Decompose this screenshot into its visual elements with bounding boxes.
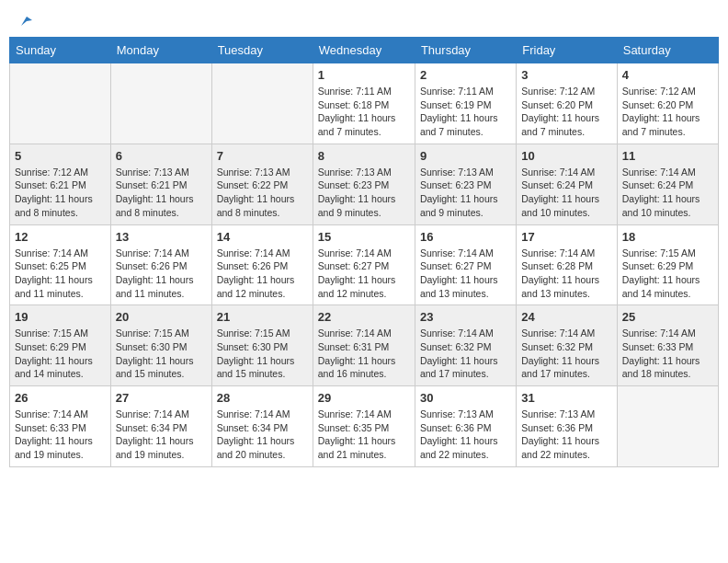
calendar-day-cell: 13Sunrise: 7:14 AMSunset: 6:26 PMDayligh… — [110, 224, 211, 305]
day-number: 18 — [622, 230, 713, 244]
weekday-header-wednesday: Wednesday — [313, 38, 415, 63]
calendar-day-cell: 27Sunrise: 7:14 AMSunset: 6:34 PMDayligh… — [110, 386, 211, 467]
page-header — [9, 9, 719, 29]
day-info: Sunrise: 7:14 AMSunset: 6:27 PMDaylight:… — [420, 247, 511, 301]
calendar-day-cell: 25Sunrise: 7:14 AMSunset: 6:33 PMDayligh… — [617, 305, 718, 386]
day-info: Sunrise: 7:14 AMSunset: 6:27 PMDaylight:… — [318, 247, 410, 301]
calendar-day-cell — [110, 63, 211, 144]
day-number: 28 — [217, 391, 308, 405]
day-number: 13 — [116, 230, 207, 244]
calendar-day-cell: 14Sunrise: 7:14 AMSunset: 6:26 PMDayligh… — [211, 224, 313, 305]
calendar-day-cell — [617, 386, 718, 467]
day-number: 6 — [116, 149, 207, 163]
day-info: Sunrise: 7:14 AMSunset: 6:24 PMDaylight:… — [521, 166, 611, 220]
day-info: Sunrise: 7:15 AMSunset: 6:29 PMDaylight:… — [15, 327, 106, 381]
day-number: 11 — [622, 149, 713, 163]
calendar-day-cell: 24Sunrise: 7:14 AMSunset: 6:32 PMDayligh… — [517, 305, 617, 386]
day-info: Sunrise: 7:13 AMSunset: 6:23 PMDaylight:… — [318, 166, 410, 220]
day-info: Sunrise: 7:15 AMSunset: 6:30 PMDaylight:… — [217, 327, 308, 381]
day-number: 23 — [420, 310, 511, 324]
day-number: 29 — [318, 391, 410, 405]
calendar-week-row: 5Sunrise: 7:12 AMSunset: 6:21 PMDaylight… — [10, 144, 719, 224]
day-number: 3 — [521, 68, 611, 82]
day-number: 19 — [15, 310, 106, 324]
calendar-day-cell: 30Sunrise: 7:13 AMSunset: 6:36 PMDayligh… — [415, 386, 516, 467]
day-number: 22 — [318, 310, 410, 324]
calendar-day-cell: 5Sunrise: 7:12 AMSunset: 6:21 PMDaylight… — [10, 144, 111, 224]
day-info: Sunrise: 7:13 AMSunset: 6:23 PMDaylight:… — [420, 166, 511, 220]
day-number: 2 — [420, 68, 511, 82]
calendar-day-cell: 2Sunrise: 7:11 AMSunset: 6:19 PMDaylight… — [415, 63, 516, 144]
calendar-day-cell: 21Sunrise: 7:15 AMSunset: 6:30 PMDayligh… — [211, 305, 313, 386]
day-info: Sunrise: 7:14 AMSunset: 6:33 PMDaylight:… — [15, 408, 106, 462]
day-number: 17 — [521, 230, 611, 244]
day-number: 7 — [217, 149, 308, 163]
day-info: Sunrise: 7:14 AMSunset: 6:26 PMDaylight:… — [217, 247, 308, 301]
day-info: Sunrise: 7:12 AMSunset: 6:21 PMDaylight:… — [15, 166, 106, 220]
calendar-day-cell: 20Sunrise: 7:15 AMSunset: 6:30 PMDayligh… — [110, 305, 211, 386]
calendar-day-cell: 15Sunrise: 7:14 AMSunset: 6:27 PMDayligh… — [313, 224, 415, 305]
calendar-day-cell: 8Sunrise: 7:13 AMSunset: 6:23 PMDaylight… — [313, 144, 415, 224]
calendar-table: SundayMondayTuesdayWednesdayThursdayFrid… — [9, 37, 719, 467]
day-number: 16 — [420, 230, 511, 244]
day-number: 5 — [15, 149, 106, 163]
day-info: Sunrise: 7:13 AMSunset: 6:21 PMDaylight:… — [116, 166, 207, 220]
calendar-day-cell: 31Sunrise: 7:13 AMSunset: 6:36 PMDayligh… — [517, 386, 617, 467]
calendar-day-cell: 19Sunrise: 7:15 AMSunset: 6:29 PMDayligh… — [10, 305, 111, 386]
day-info: Sunrise: 7:14 AMSunset: 6:32 PMDaylight:… — [420, 327, 511, 381]
calendar-day-cell: 22Sunrise: 7:14 AMSunset: 6:31 PMDayligh… — [313, 305, 415, 386]
day-number: 31 — [521, 391, 611, 405]
day-info: Sunrise: 7:14 AMSunset: 6:24 PMDaylight:… — [622, 166, 713, 220]
day-number: 26 — [15, 391, 106, 405]
day-info: Sunrise: 7:13 AMSunset: 6:22 PMDaylight:… — [217, 166, 308, 220]
day-info: Sunrise: 7:12 AMSunset: 6:20 PMDaylight:… — [622, 85, 713, 139]
calendar-day-cell: 16Sunrise: 7:14 AMSunset: 6:27 PMDayligh… — [415, 224, 516, 305]
calendar-day-cell: 12Sunrise: 7:14 AMSunset: 6:25 PMDayligh… — [10, 224, 111, 305]
weekday-header-saturday: Saturday — [617, 38, 718, 63]
logo — [17, 13, 34, 26]
weekday-header-thursday: Thursday — [415, 38, 516, 63]
svg-marker-0 — [21, 17, 32, 26]
weekday-header-tuesday: Tuesday — [211, 38, 313, 63]
calendar-day-cell: 3Sunrise: 7:12 AMSunset: 6:20 PMDaylight… — [517, 63, 617, 144]
calendar-day-cell: 17Sunrise: 7:14 AMSunset: 6:28 PMDayligh… — [517, 224, 617, 305]
calendar-week-row: 26Sunrise: 7:14 AMSunset: 6:33 PMDayligh… — [10, 386, 719, 467]
day-info: Sunrise: 7:14 AMSunset: 6:31 PMDaylight:… — [318, 327, 410, 381]
day-info: Sunrise: 7:13 AMSunset: 6:36 PMDaylight:… — [420, 408, 511, 462]
day-number: 27 — [116, 391, 207, 405]
calendar-day-cell: 23Sunrise: 7:14 AMSunset: 6:32 PMDayligh… — [415, 305, 516, 386]
day-number: 10 — [521, 149, 611, 163]
day-info: Sunrise: 7:13 AMSunset: 6:36 PMDaylight:… — [521, 408, 611, 462]
day-number: 9 — [420, 149, 511, 163]
day-info: Sunrise: 7:14 AMSunset: 6:33 PMDaylight:… — [622, 327, 713, 381]
day-number: 15 — [318, 230, 410, 244]
day-number: 12 — [15, 230, 106, 244]
day-number: 30 — [420, 391, 511, 405]
day-info: Sunrise: 7:14 AMSunset: 6:25 PMDaylight:… — [15, 247, 106, 301]
calendar-day-cell: 28Sunrise: 7:14 AMSunset: 6:34 PMDayligh… — [211, 386, 313, 467]
calendar-day-cell: 26Sunrise: 7:14 AMSunset: 6:33 PMDayligh… — [10, 386, 111, 467]
day-info: Sunrise: 7:11 AMSunset: 6:19 PMDaylight:… — [420, 85, 511, 139]
weekday-header-row: SundayMondayTuesdayWednesdayThursdayFrid… — [10, 38, 719, 63]
day-info: Sunrise: 7:15 AMSunset: 6:29 PMDaylight:… — [622, 247, 713, 301]
calendar-day-cell: 9Sunrise: 7:13 AMSunset: 6:23 PMDaylight… — [415, 144, 516, 224]
calendar-day-cell: 1Sunrise: 7:11 AMSunset: 6:18 PMDaylight… — [313, 63, 415, 144]
calendar-day-cell — [211, 63, 313, 144]
calendar-day-cell: 4Sunrise: 7:12 AMSunset: 6:20 PMDaylight… — [617, 63, 718, 144]
day-number: 8 — [318, 149, 410, 163]
day-info: Sunrise: 7:14 AMSunset: 6:26 PMDaylight:… — [116, 247, 207, 301]
weekday-header-sunday: Sunday — [10, 38, 111, 63]
day-info: Sunrise: 7:15 AMSunset: 6:30 PMDaylight:… — [116, 327, 207, 381]
day-number: 24 — [521, 310, 611, 324]
calendar-day-cell: 7Sunrise: 7:13 AMSunset: 6:22 PMDaylight… — [211, 144, 313, 224]
day-info: Sunrise: 7:14 AMSunset: 6:28 PMDaylight:… — [521, 247, 611, 301]
day-info: Sunrise: 7:14 AMSunset: 6:34 PMDaylight:… — [116, 408, 207, 462]
day-number: 25 — [622, 310, 713, 324]
calendar-week-row: 12Sunrise: 7:14 AMSunset: 6:25 PMDayligh… — [10, 224, 719, 305]
logo-bird-icon — [17, 13, 34, 29]
day-info: Sunrise: 7:11 AMSunset: 6:18 PMDaylight:… — [318, 85, 410, 139]
day-number: 20 — [116, 310, 207, 324]
calendar-day-cell: 6Sunrise: 7:13 AMSunset: 6:21 PMDaylight… — [110, 144, 211, 224]
calendar-day-cell: 29Sunrise: 7:14 AMSunset: 6:35 PMDayligh… — [313, 386, 415, 467]
calendar-day-cell: 10Sunrise: 7:14 AMSunset: 6:24 PMDayligh… — [517, 144, 617, 224]
